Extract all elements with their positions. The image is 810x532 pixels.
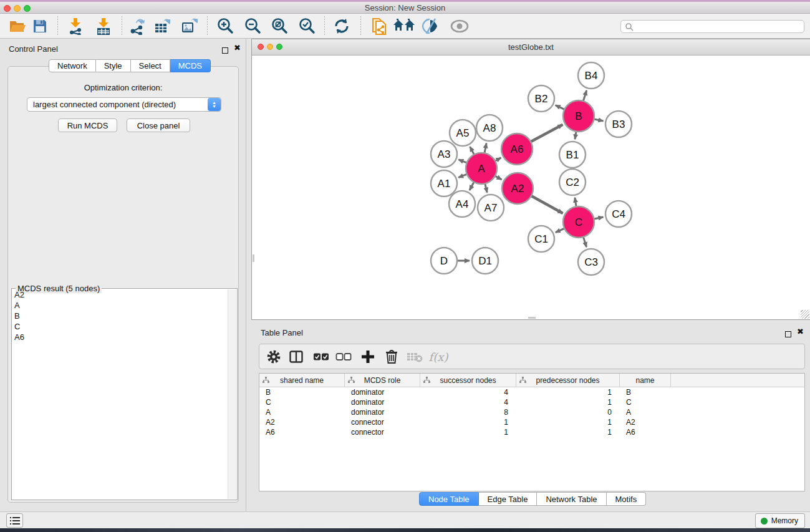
column-header-name[interactable]: name: [620, 374, 671, 387]
table-row[interactable]: Adominator80A: [259, 407, 804, 417]
node-A[interactable]: A: [466, 153, 497, 184]
edge-A-A4[interactable]: [470, 181, 475, 190]
table-body[interactable]: Bdominator41BCdominator41CAdominator80AA…: [259, 387, 804, 437]
node-B[interactable]: B: [563, 100, 594, 132]
network-graph-canvas[interactable]: AA1A2A3A4A5A6A7A8BB1B2B3B4CC1C2C3C4DD1: [252, 56, 810, 319]
table-cell[interactable]: dominator: [345, 398, 420, 407]
node-C4[interactable]: C4: [605, 201, 632, 227]
mcds-result-item[interactable]: A: [12, 300, 228, 311]
tab-node-table[interactable]: Node Table: [419, 492, 479, 506]
run-mcds-button[interactable]: Run MCDS: [58, 118, 117, 132]
horizontal-scroll-indicator[interactable]: [528, 317, 536, 319]
mcds-result-item[interactable]: A6: [12, 332, 228, 342]
edge-A-A7[interactable]: [485, 183, 488, 192]
tab-network-table[interactable]: Network Table: [537, 492, 606, 506]
table-cell[interactable]: A2: [620, 418, 671, 427]
table-cell[interactable]: 1: [420, 418, 516, 427]
delete-table-icon[interactable]: [407, 351, 423, 362]
float-panel-icon[interactable]: [785, 329, 791, 340]
table-cell[interactable]: 1: [420, 428, 516, 437]
resize-grip[interactable]: [801, 310, 809, 319]
edge-A2-C[interactable]: [531, 196, 563, 213]
table-row[interactable]: A2connector11A2: [259, 417, 804, 427]
edge-C-C3[interactable]: [583, 236, 586, 247]
tab-select[interactable]: Select: [131, 59, 170, 72]
tab-style[interactable]: Style: [96, 59, 131, 72]
tab-edge-table[interactable]: Edge Table: [479, 492, 538, 506]
zoom-in-icon[interactable]: [216, 17, 234, 36]
delete-icon[interactable]: [385, 349, 398, 364]
column-header-predecessor-nodes[interactable]: predecessor nodes: [516, 374, 620, 387]
node-D1[interactable]: D1: [472, 248, 498, 274]
node-C2[interactable]: C2: [559, 169, 586, 195]
node-table[interactable]: shared nameMCDS rolesuccessor nodesprede…: [259, 373, 805, 491]
node-A6[interactable]: A6: [501, 133, 533, 165]
node-C3[interactable]: C3: [578, 249, 604, 275]
table-cell[interactable]: connector: [345, 418, 420, 427]
table-cell[interactable]: 0: [516, 408, 620, 417]
edge-A-A3[interactable]: [458, 160, 467, 163]
columns-icon[interactable]: [289, 351, 303, 363]
node-C[interactable]: C: [563, 206, 594, 238]
zoom-window-icon[interactable]: [276, 44, 282, 50]
search-input[interactable]: [634, 21, 804, 32]
show-panels-button[interactable]: [6, 513, 23, 528]
export-network-icon[interactable]: [128, 17, 145, 35]
function-builder-icon[interactable]: f(x): [429, 350, 448, 363]
mcds-result-item[interactable]: A2: [12, 289, 228, 300]
export-image-icon[interactable]: [181, 17, 198, 35]
node-A4[interactable]: A4: [449, 191, 475, 217]
table-cell[interactable]: dominator: [345, 408, 420, 417]
node-C1[interactable]: C1: [528, 226, 554, 252]
table-cell[interactable]: dominator: [345, 388, 420, 397]
home-icon[interactable]: [393, 19, 415, 34]
table-cell[interactable]: 1: [516, 418, 620, 427]
node-B1[interactable]: B1: [559, 142, 586, 168]
node-A2[interactable]: A2: [502, 173, 533, 204]
close-window-icon[interactable]: [258, 44, 264, 50]
mcds-result-item[interactable]: B: [12, 311, 228, 321]
node-A8[interactable]: A8: [476, 115, 503, 141]
table-cell[interactable]: 8: [420, 408, 516, 417]
close-panel-icon[interactable]: ✖: [234, 45, 241, 51]
table-cell[interactable]: 1: [516, 388, 620, 397]
show-graphics-icon[interactable]: [450, 19, 470, 33]
minimize-window-icon[interactable]: [14, 5, 21, 12]
table-cell[interactable]: A: [620, 408, 671, 417]
table-cell[interactable]: A6: [620, 428, 671, 437]
edge-A-A8[interactable]: [485, 143, 486, 154]
table-cell[interactable]: 4: [420, 388, 516, 397]
column-header-shared-name[interactable]: shared name: [259, 374, 345, 387]
table-cell[interactable]: connector: [345, 428, 420, 437]
node-A7[interactable]: A7: [478, 195, 504, 221]
edge-C-C1[interactable]: [556, 228, 565, 233]
table-cell[interactable]: B: [620, 388, 671, 397]
criterion-dropdown[interactable]: largest connected component (directed) ▲…: [27, 97, 221, 112]
mcds-result-list[interactable]: A2ABCA6: [12, 289, 228, 499]
edge-C-C4[interactable]: [594, 217, 604, 219]
table-header-row[interactable]: shared nameMCDS rolesuccessor nodesprede…: [259, 374, 804, 387]
close-panel-icon[interactable]: ✖: [797, 329, 804, 335]
float-panel-icon[interactable]: [222, 45, 228, 56]
select-all-checkbox-icon[interactable]: [313, 352, 329, 360]
add-column-icon[interactable]: [361, 350, 375, 364]
open-file-icon[interactable]: [9, 19, 26, 34]
node-A1[interactable]: A1: [431, 170, 457, 196]
import-network-icon[interactable]: [67, 17, 84, 35]
node-A3[interactable]: A3: [431, 141, 457, 167]
hide-style-icon[interactable]: [422, 18, 440, 34]
table-row[interactable]: A6connector11A6: [259, 427, 804, 437]
zoom-selected-icon[interactable]: [297, 17, 316, 36]
zoom-out-icon[interactable]: [243, 17, 262, 36]
table-cell[interactable]: 1: [516, 398, 620, 407]
deselect-all-checkbox-icon[interactable]: [335, 352, 352, 360]
zoom-fit-icon[interactable]: [270, 17, 289, 36]
edge-A-A1[interactable]: [458, 174, 468, 178]
mcds-result-item[interactable]: C: [12, 321, 228, 332]
search-field[interactable]: [620, 20, 804, 33]
edge-A6-B[interactable]: [530, 125, 562, 142]
vertical-scroll-indicator[interactable]: [253, 254, 254, 262]
table-cell[interactable]: A2: [259, 418, 345, 427]
table-cell[interactable]: A: [259, 408, 345, 417]
close-panel-button[interactable]: Close panel: [127, 118, 190, 132]
